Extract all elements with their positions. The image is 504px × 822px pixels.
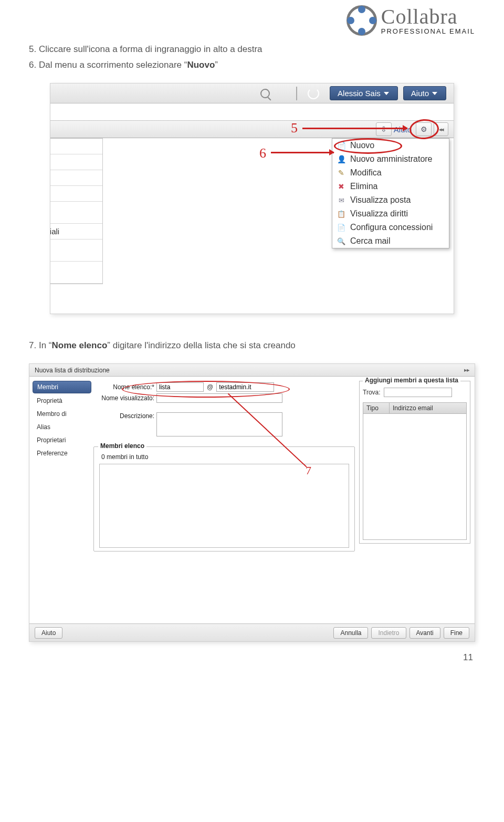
- chevron-down-icon: [432, 92, 437, 95]
- menu-item-new-admin[interactable]: Nuovo amministratore: [332, 152, 449, 166]
- brand-tagline: PROFESSIONAL EMAIL: [381, 27, 475, 35]
- pencil-icon: [337, 168, 346, 178]
- menu-item-edit[interactable]: Modifica: [332, 166, 449, 180]
- help-label: Aiuto: [411, 89, 429, 98]
- annotation-5: 5: [291, 120, 298, 136]
- sidebar-item-proprietari[interactable]: Proprietari: [33, 434, 91, 446]
- chevron-down-icon: [384, 92, 389, 95]
- mail-icon: [337, 195, 346, 205]
- dialog-titlebar: Nuova lista di distribuzione ▸▸: [29, 364, 475, 377]
- svg-line-0: [228, 393, 307, 467]
- sidebar-item-preferenze[interactable]: Preferenze: [33, 448, 91, 459]
- search-mail-icon: [337, 236, 346, 246]
- app-topbar: Alessio Sais Aiuto: [50, 84, 454, 103]
- screenshot-new-dl: Nuova lista di distribuzione ▸▸ Membri P…: [29, 363, 475, 642]
- screenshot-gear-menu: Alessio Sais Aiuto ⇩ Aiuto ⚙ ◂◂ ie rin i…: [50, 83, 454, 314]
- dialog-footer: Aiuto Annulla Indietro Avanti Fine: [29, 623, 475, 641]
- menu-item-search-mail[interactable]: Cerca mail: [332, 234, 449, 248]
- toolbar: ⇩ Aiuto ⚙ ◂◂: [50, 120, 454, 138]
- menu-item-config-grants[interactable]: Configura concessioni: [332, 221, 449, 234]
- sidebar-item-membri[interactable]: Membri: [33, 381, 91, 393]
- collapse-icon[interactable]: ▸▸: [464, 367, 469, 373]
- list-item[interactable]: i: [50, 170, 102, 186]
- col-tipo[interactable]: Tipo: [363, 403, 390, 413]
- menu-item-view-rights[interactable]: Visualizza diritti: [332, 207, 449, 221]
- list-item[interactable]: mmerciali: [50, 224, 102, 240]
- brand-name: Collabra: [381, 6, 475, 27]
- dialog-main: Nome elenco:* @ Nome visualizzato: Descr…: [91, 377, 357, 623]
- user-name: Alessio Sais: [338, 89, 381, 98]
- delete-icon: [337, 182, 346, 191]
- step-5: 5. Cliccare sull'icona a forma di ingran…: [29, 44, 475, 55]
- list-item[interactable]: chera: [50, 186, 102, 202]
- sidebar-item-membro-di[interactable]: Membro di: [33, 408, 91, 420]
- menu-item-delete[interactable]: Elimina: [332, 180, 449, 193]
- members-count: 0 membri in tutto: [99, 452, 349, 464]
- reload-icon[interactable]: [308, 88, 319, 99]
- annotation-7: 7: [306, 464, 311, 477]
- dialog-right-column: Aggiungi membri a questa lista Trova: Ti…: [357, 377, 475, 623]
- footer-fine-button[interactable]: Fine: [444, 627, 469, 639]
- rights-icon: [337, 209, 346, 218]
- annotation-line-7: [228, 393, 307, 467]
- footer-avanti-button[interactable]: Avanti: [410, 627, 440, 639]
- fieldset-membri-elenco: Membri elenco 0 membri in tutto: [93, 446, 355, 552]
- table-body[interactable]: [363, 414, 467, 540]
- footer-annulla-button[interactable]: Annulla: [333, 627, 368, 639]
- dialog-title: Nuova lista di distribuzione: [35, 367, 110, 374]
- legend-aggiungi-membri: Aggiungi membri a questa lista: [363, 377, 460, 384]
- footer-aiuto-button[interactable]: Aiuto: [35, 627, 62, 639]
- dialog-sidebar: Membri Proprietà Membro di Alias Proprie…: [29, 377, 91, 623]
- gear-dropdown-menu: Nuovo Nuovo amministratore Modifica Elim…: [332, 138, 449, 248]
- left-list: ie rin i chera mmerciali: [50, 138, 103, 284]
- members-listbox[interactable]: [99, 464, 349, 548]
- list-item[interactable]: rin: [50, 154, 102, 170]
- brand-logo: Collabra PROFESSIONAL EMAIL: [29, 0, 475, 39]
- label-trova: Trova:: [363, 389, 381, 396]
- config-icon: [337, 223, 346, 232]
- download-button[interactable]: ⇩: [376, 122, 392, 136]
- annotation-arrow-6: [271, 152, 334, 153]
- help-menu[interactable]: Aiuto: [403, 86, 446, 100]
- label-nome-visualizzato: Nome visualizzato:: [99, 394, 156, 402]
- step-7: 7. In “Nome elenco” digitare l'indirizzo…: [29, 340, 475, 351]
- annotation-arrow-5: [302, 128, 407, 129]
- legend-membri-elenco: Membri elenco: [98, 442, 146, 450]
- page-number: 11: [29, 652, 475, 663]
- list-item[interactable]: ie: [50, 139, 102, 154]
- label-descrizione: Descrizione:: [99, 412, 156, 420]
- admin-icon: [337, 154, 346, 164]
- annotation-circle-6: [334, 138, 402, 154]
- menu-item-view-mail[interactable]: Visualizza posta: [332, 193, 449, 207]
- footer-indietro-button[interactable]: Indietro: [371, 627, 406, 639]
- col-indirizzo[interactable]: Indirizzo email: [390, 403, 466, 413]
- sidebar-item-alias[interactable]: Alias: [33, 421, 91, 433]
- sidebar-item-proprieta[interactable]: Proprietà: [33, 395, 91, 407]
- step-6: 6. Dal menu a scorrimento selezionare “N…: [29, 60, 475, 70]
- annotation-6: 6: [259, 145, 266, 161]
- user-menu[interactable]: Alessio Sais: [330, 86, 398, 100]
- search-icon[interactable]: [260, 89, 270, 98]
- input-trova[interactable]: [384, 388, 452, 397]
- table-header: Tipo Indirizzo email: [363, 402, 467, 414]
- logo-icon: [346, 5, 377, 36]
